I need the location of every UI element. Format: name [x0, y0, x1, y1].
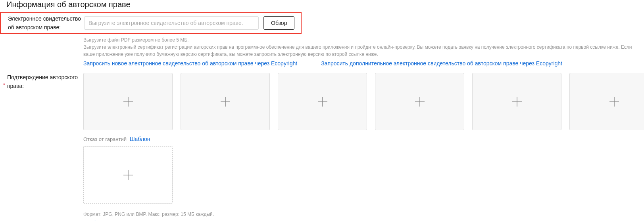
disclaimer-label: Отказ от гарантий Шаблон [83, 136, 644, 142]
certificate-highlight-box: Электронное свидетельство об авторском п… [0, 12, 302, 34]
disclaimer-upload-slot[interactable] [83, 146, 173, 204]
disclaimer-prefix: Отказ от гарантий [83, 136, 127, 142]
upload-slot[interactable] [278, 73, 367, 130]
plus-icon [609, 96, 620, 107]
plus-icon [414, 96, 425, 107]
upload-slot[interactable] [83, 73, 173, 130]
confirmation-label: Подтверждение авторского права: [0, 73, 83, 90]
confirmation-upload-grid [83, 73, 644, 130]
plus-icon [123, 96, 134, 107]
hint-size: Выгрузите файл PDF размером не более 5 М… [83, 36, 644, 44]
upload-slot[interactable] [472, 73, 561, 130]
link-additional-certificate[interactable]: Запросить дополнительное электронное сви… [321, 60, 562, 67]
upload-slot[interactable] [375, 73, 464, 130]
section-title: Информация об авторском праве [0, 0, 644, 11]
browse-button[interactable]: Обзор [263, 16, 294, 30]
certificate-label: Электронное свидетельство об авторском п… [1, 14, 84, 32]
plus-icon [317, 96, 328, 107]
plus-icon [123, 170, 134, 181]
template-link[interactable]: Шаблон [130, 136, 150, 142]
certificate-input[interactable] [84, 16, 259, 30]
plus-icon [511, 96, 523, 107]
plus-icon [220, 96, 231, 107]
upload-slot[interactable] [569, 73, 644, 130]
link-new-certificate[interactable]: Запросить новое электронное свидетельств… [83, 60, 297, 67]
format-hint: Формат: JPG, PNG или BMP. Макс. размер: … [83, 211, 644, 218]
hint-description: Выгрузите электронный сертификат регистр… [83, 44, 644, 58]
upload-slot[interactable] [181, 73, 270, 130]
